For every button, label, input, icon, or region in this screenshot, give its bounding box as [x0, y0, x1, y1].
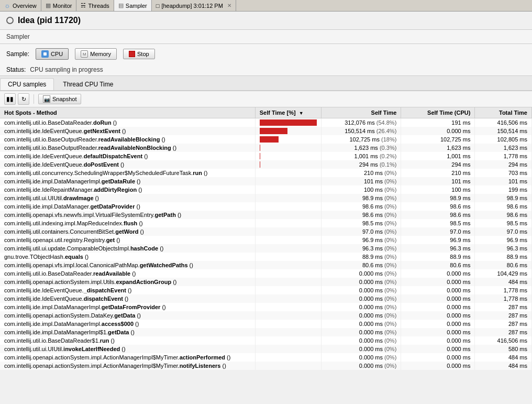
cell-total-time: 484 ms — [475, 353, 532, 362]
table-row[interactable]: com.intellij.openapi.actionSystem.impl.A… — [0, 362, 532, 370]
cell-method: com.intellij.ide.IdeEventQueue.getNextEv… — [0, 127, 255, 135]
table-row[interactable]: com.intellij.ide.IdeEventQueue.getNextEv… — [0, 127, 532, 135]
table-row[interactable]: com.intellij.util.io.BaseDataReader$1.ru… — [0, 336, 532, 345]
table-row[interactable]: com.intellij.ide.IdeRepaintManager.addDi… — [0, 185, 532, 194]
self-time-value: 97.0 ms — [362, 228, 383, 235]
cell-self-time-cpu: 0.000 ms — [401, 311, 475, 320]
refresh-button[interactable]: ↻ — [18, 93, 29, 105]
table-row[interactable]: com.intellij.ide.IdeEventQueue.doPostEve… — [0, 160, 532, 169]
table-row[interactable]: com.intellij.util.io.BaseDataReader.doRu… — [0, 118, 532, 127]
cpu-button[interactable]: CPU — [36, 48, 69, 60]
tab-heapdump-label: [heapdump] 3:01:12 PM — [161, 3, 223, 9]
memory-btn-icon: M — [81, 50, 88, 58]
app-icon-circle — [6, 17, 14, 24]
method-prefix: com.intellij.ide.impl.DataManager. — [4, 203, 90, 210]
self-time-pct: (0%) — [384, 195, 396, 201]
table-row[interactable]: com.intellij.openapi.util.registry.Regis… — [0, 236, 532, 244]
table-row[interactable]: com.intellij.openapi.actionSystem.impl.A… — [0, 353, 532, 362]
bar-wrap — [260, 203, 317, 210]
bar-wrap — [260, 161, 317, 168]
bar-wrap — [260, 170, 317, 176]
cell-method: com.intellij.openapi.util.registry.Regis… — [0, 236, 255, 244]
method-suffix: () — [120, 346, 125, 352]
method-name: access$000 — [102, 321, 134, 327]
table-row[interactable]: com.intellij.util.containers.ConcurrentB… — [0, 227, 532, 236]
table-row[interactable]: gnu.trove.TObjectHash.equals ()88.9 ms (… — [0, 253, 532, 261]
table-row[interactable]: com.intellij.openapi.actionSystem.DataKe… — [0, 311, 532, 320]
col-header-method[interactable]: Hot Spots - Method — [0, 107, 255, 118]
self-time-value: 98.9 ms — [362, 195, 383, 201]
table-row[interactable]: com.intellij.ide.IdeEventQueue._dispatch… — [0, 286, 532, 294]
self-time-pct: (0%) — [384, 170, 396, 176]
method-prefix: com.intellij.openapi.actionSystem.impl.U… — [4, 279, 116, 285]
method-name: getPath — [155, 212, 176, 218]
tab-heapdump-close[interactable]: ✕ — [227, 3, 231, 8]
cell-method: com.intellij.openapi.vfs.newvfs.impl.Vir… — [0, 211, 255, 219]
table-row[interactable]: com.intellij.util.concurrency.Scheduling… — [0, 169, 532, 177]
cell-self-time: 101 ms (0%) — [322, 177, 401, 185]
pause-button[interactable]: ▮▮ — [4, 93, 16, 105]
table-row[interactable]: com.intellij.ide.impl.DataManagerImpl.ac… — [0, 320, 532, 328]
cell-self-time-cpu: 1,623 ms — [401, 144, 475, 152]
tab-heapdump[interactable]: □ [heapdump] 3:01:12 PM ✕ — [152, 0, 236, 11]
table-row[interactable]: com.intellij.util.io.BaseDataReader.read… — [0, 269, 532, 278]
cell-total-time: 287 ms — [475, 328, 532, 336]
cpu-btn-icon — [41, 50, 49, 58]
tab-thread-cpu-time[interactable]: Thread CPU Time — [55, 78, 121, 90]
method-name: getWatchedPaths — [140, 262, 188, 268]
method-name: getDataFromProvider — [102, 304, 160, 310]
cell-total-time: 1,778 ms — [475, 294, 532, 303]
cell-self-time-cpu: 96.3 ms — [401, 244, 475, 253]
table-row[interactable]: com.intellij.util.io.BaseOutputReader.re… — [0, 135, 532, 144]
cell-bar — [255, 185, 322, 194]
table-row[interactable]: com.intellij.openapi.actionSystem.impl.U… — [0, 278, 532, 286]
table-row[interactable]: com.intellij.ide.IdeEventQueue.defaultDi… — [0, 152, 532, 160]
table-row[interactable]: com.intellij.util.ui.UIUtil.invokeLaterI… — [0, 345, 532, 353]
bar-wrap — [260, 279, 317, 285]
col-header-total-time[interactable]: Total Time — [475, 107, 532, 118]
method-suffix: () — [137, 220, 142, 226]
table-row[interactable]: com.intellij.util.ui.update.ComparableOb… — [0, 244, 532, 253]
self-time-value: 0.000 ms — [359, 337, 383, 344]
tab-sampler[interactable]: ▤ Sampler — [114, 0, 152, 11]
table-row[interactable]: com.intellij.util.ui.UIUtil.drawImage ()… — [0, 194, 532, 202]
col-header-self-time-pct[interactable]: Self Time [%] ▼ — [255, 107, 322, 118]
bar-wrap — [260, 228, 317, 235]
method-suffix: () — [139, 228, 144, 235]
tab-overview[interactable]: ☼ Overview — [0, 0, 41, 11]
cell-method: com.intellij.openapi.vfs.impl.local.Cano… — [0, 261, 255, 269]
method-prefix: com.intellij.ide.impl.DataManagerImpl. — [4, 321, 102, 327]
stop-button[interactable]: Stop — [123, 49, 155, 59]
col-header-self-time[interactable]: Self Time — [322, 107, 401, 118]
col-header-self-time-cpu[interactable]: Self Time (CPU) — [401, 107, 475, 118]
self-time-value: 88.9 ms — [362, 254, 383, 260]
table-row[interactable]: com.intellij.util.indexing.impl.MapReduc… — [0, 219, 532, 227]
self-time-value: 0.000 ms — [359, 321, 383, 327]
self-time-value: 98.6 ms — [362, 203, 383, 210]
memory-button[interactable]: M Memory — [75, 48, 117, 60]
cell-total-time: 580 ms — [475, 345, 532, 353]
snapshot-button[interactable]: 📷 Snapshot — [38, 94, 81, 104]
method-suffix: () — [119, 161, 124, 168]
table-row[interactable]: com.intellij.ide.impl.DataManagerImpl$1.… — [0, 328, 532, 336]
cell-self-time-cpu: 294 ms — [401, 160, 475, 169]
table-row[interactable]: com.intellij.openapi.vfs.impl.local.Cano… — [0, 261, 532, 269]
heapdump-icon: □ — [156, 3, 160, 9]
table-row[interactable]: com.intellij.util.io.BaseOutputReader.re… — [0, 144, 532, 152]
table-row[interactable]: com.intellij.ide.IdeEventQueue.dispatchE… — [0, 294, 532, 303]
method-name: run — [100, 337, 109, 344]
table-row[interactable]: com.intellij.ide.impl.DataManagerImpl.ge… — [0, 303, 532, 311]
tab-threads[interactable]: ☵ Threads — [76, 0, 114, 11]
tab-bar: ☼ Overview ▩ Monitor ☵ Threads ▤ Sampler… — [0, 0, 532, 12]
tab-overview-label: Overview — [13, 3, 37, 9]
status-key: Status: — [6, 66, 26, 73]
self-time-pct: (0%) — [384, 187, 396, 193]
tab-cpu-samples[interactable]: CPU samples — [0, 78, 54, 90]
tab-monitor[interactable]: ▩ Monitor — [41, 0, 77, 11]
self-time-value: 294 ms — [359, 161, 378, 168]
method-prefix: com.intellij.ide.IdeEventQueue. — [4, 161, 84, 168]
table-row[interactable]: com.intellij.ide.impl.DataManager.getDat… — [0, 202, 532, 211]
table-row[interactable]: com.intellij.ide.impl.DataManagerImpl.ge… — [0, 177, 532, 185]
method-name: notifyListeners — [180, 363, 221, 369]
table-row[interactable]: com.intellij.openapi.vfs.newvfs.impl.Vir… — [0, 211, 532, 219]
